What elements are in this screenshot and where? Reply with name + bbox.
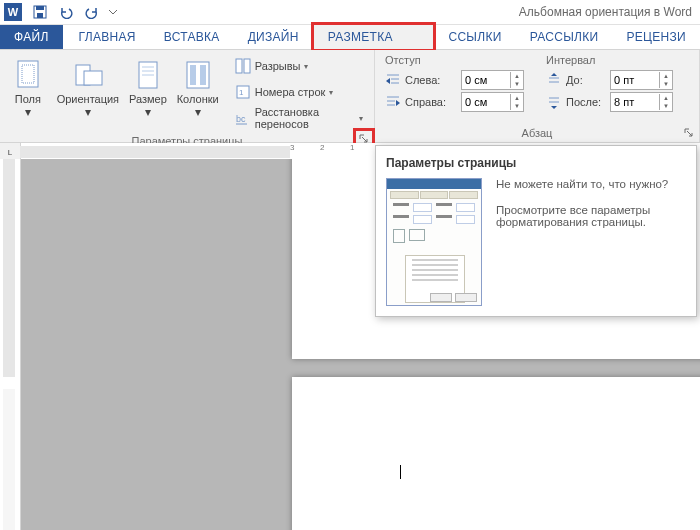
spin-up-icon: ▲ [511,72,523,80]
ribbon-tabs: ФАЙЛ ГЛАВНАЯ ВСТАВКА ДИЗАЙН РАЗМЕТКА СТР… [0,25,700,50]
breaks-icon [235,58,251,74]
indent-right-icon [385,94,401,110]
group-paragraph: Отступ Слева: ▲▼ Справа: ▲▼ Интервал До: [375,50,700,142]
ruler-vertical[interactable] [0,159,21,530]
tab-review[interactable]: РЕЦЕНЗИ [612,25,700,49]
tab-home[interactable]: ГЛАВНАЯ [65,25,150,49]
page-2[interactable] [292,377,700,530]
tooltip-text: Не можете найти то, что нужно? Просмотри… [496,178,686,306]
svg-rect-15 [244,59,250,73]
spacing-after-icon [546,94,562,110]
spacing-before-input[interactable]: ▲▼ [610,70,673,90]
group-label-paragraph: Абзац [375,126,699,142]
orientation-button[interactable]: Ориентация ▾ [54,54,122,130]
text-cursor [400,465,401,479]
line-numbers-button[interactable]: 1 Номера строк▾ [230,80,368,104]
columns-icon [182,59,214,91]
indent-label: Отступ [385,54,524,66]
svg-rect-2 [37,13,43,18]
tab-insert[interactable]: ВСТАВКА [150,25,234,49]
size-icon [132,59,164,91]
indent-right-input[interactable]: ▲▼ [461,92,524,112]
spacing-label: Интервал [546,54,673,66]
tab-mailings[interactable]: РАССЫЛКИ [516,25,613,49]
hyphenation-button[interactable]: bc Расстановка переносов▾ [230,106,368,130]
breaks-button[interactable]: Разрывы▾ [230,54,368,78]
save-button[interactable] [28,1,52,23]
undo-button[interactable] [54,1,78,23]
tab-page-layout[interactable]: РАЗМЕТКА СТРАНИЦЫ [313,24,435,50]
chevron-down-icon: ▾ [195,105,201,119]
quick-access-toolbar [28,1,120,23]
window-title: Альбомная ориентация в Word [120,5,696,19]
spacing-before-icon [546,72,562,88]
paragraph-launcher[interactable] [681,125,697,141]
tab-references[interactable]: ССЫЛКИ [434,25,515,49]
spin-down-icon: ▼ [511,80,523,88]
indent-left-icon [385,72,401,88]
svg-rect-6 [84,71,102,85]
size-button[interactable]: Размер ▾ [124,54,172,130]
columns-button[interactable]: Колонки ▾ [174,54,222,130]
chevron-down-icon: ▾ [85,105,91,119]
tooltip-thumbnail [386,178,482,306]
svg-rect-1 [36,6,44,10]
chevron-down-icon: ▾ [25,105,31,119]
chevron-down-icon: ▾ [145,105,151,119]
redo-button[interactable] [80,1,104,23]
orientation-icon [72,59,104,91]
indent-left-input[interactable]: ▲▼ [461,70,524,90]
word-logo-icon: W [4,3,22,21]
svg-rect-12 [190,65,196,85]
title-bar: W Альбомная ориентация в Word [0,0,700,25]
svg-rect-13 [200,65,206,85]
margins-button[interactable]: Поля ▾ [4,54,52,130]
ribbon: Поля ▾ Ориентация ▾ Размер ▾ Колонки ▾ [0,50,700,143]
line-numbers-icon: 1 [235,84,251,100]
tooltip-title: Параметры страницы [386,156,686,170]
tab-design[interactable]: ДИЗАЙН [234,25,313,49]
hyphenation-icon: bc [235,110,251,126]
spacing-after-input[interactable]: ▲▼ [610,92,673,112]
qat-customize-button[interactable] [106,1,120,23]
svg-text:1: 1 [239,88,244,97]
page-setup-tooltip: Параметры страницы Не можете найти то, ч… [375,145,697,317]
margins-icon [12,59,44,91]
group-page-setup: Поля ▾ Ориентация ▾ Размер ▾ Колонки ▾ [0,50,375,142]
svg-rect-14 [236,59,242,73]
svg-text:bc: bc [236,114,246,124]
tab-file[interactable]: ФАЙЛ [0,25,63,49]
